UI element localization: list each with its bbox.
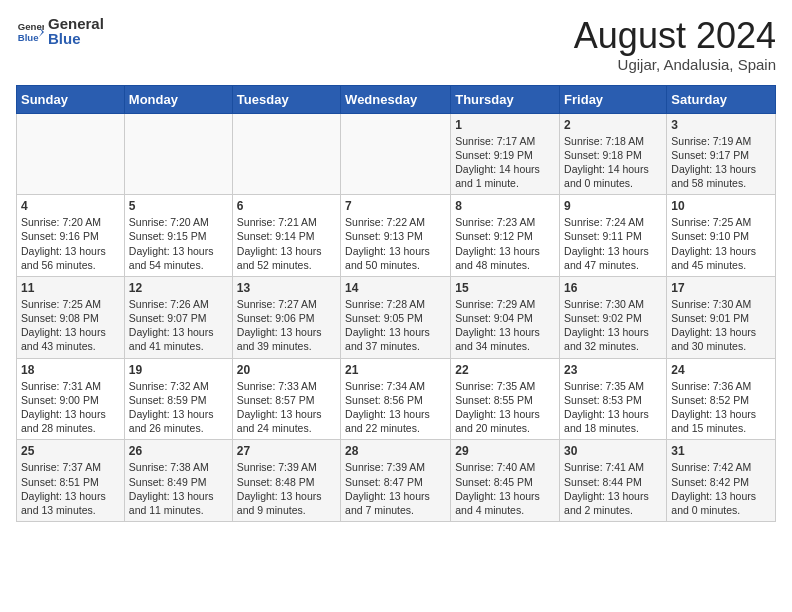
title-area: August 2024 Ugijar, Andalusia, Spain (574, 16, 776, 73)
day-info: Sunrise: 7:26 AM (129, 297, 228, 311)
day-info: Daylight: 13 hours and 47 minutes. (564, 244, 662, 272)
day-info: Daylight: 13 hours and 13 minutes. (21, 489, 120, 517)
day-info: Sunset: 9:18 PM (564, 148, 662, 162)
day-number: 7 (345, 199, 446, 213)
day-info: Sunset: 9:04 PM (455, 311, 555, 325)
day-info: Daylight: 13 hours and 11 minutes. (129, 489, 228, 517)
day-info: Daylight: 13 hours and 15 minutes. (671, 407, 771, 435)
calendar-cell: 30Sunrise: 7:41 AMSunset: 8:44 PMDayligh… (560, 440, 667, 522)
calendar-cell: 9Sunrise: 7:24 AMSunset: 9:11 PMDaylight… (560, 195, 667, 277)
calendar-cell: 13Sunrise: 7:27 AMSunset: 9:06 PMDayligh… (232, 276, 340, 358)
day-number: 11 (21, 281, 120, 295)
day-info: Daylight: 13 hours and 41 minutes. (129, 325, 228, 353)
day-number: 24 (671, 363, 771, 377)
day-info: Sunrise: 7:31 AM (21, 379, 120, 393)
calendar-cell: 10Sunrise: 7:25 AMSunset: 9:10 PMDayligh… (667, 195, 776, 277)
day-info: Daylight: 13 hours and 54 minutes. (129, 244, 228, 272)
day-number: 1 (455, 118, 555, 132)
day-info: Daylight: 13 hours and 30 minutes. (671, 325, 771, 353)
day-number: 28 (345, 444, 446, 458)
day-number: 12 (129, 281, 228, 295)
day-info: Sunset: 9:12 PM (455, 229, 555, 243)
day-info: Sunrise: 7:35 AM (455, 379, 555, 393)
day-info: Sunset: 9:13 PM (345, 229, 446, 243)
day-info: Sunset: 9:02 PM (564, 311, 662, 325)
logo: General Blue General Blue (16, 16, 104, 47)
day-info: Sunrise: 7:20 AM (21, 215, 120, 229)
day-number: 25 (21, 444, 120, 458)
day-info: Sunrise: 7:39 AM (345, 460, 446, 474)
day-number: 13 (237, 281, 336, 295)
day-info: Daylight: 13 hours and 0 minutes. (671, 489, 771, 517)
day-info: Sunset: 8:44 PM (564, 475, 662, 489)
day-number: 14 (345, 281, 446, 295)
day-number: 9 (564, 199, 662, 213)
weekday-header-sunday: Sunday (17, 85, 125, 113)
day-info: Sunset: 9:17 PM (671, 148, 771, 162)
calendar-cell: 26Sunrise: 7:38 AMSunset: 8:49 PMDayligh… (124, 440, 232, 522)
header: General Blue General Blue August 2024 Ug… (16, 16, 776, 73)
day-info: Daylight: 13 hours and 18 minutes. (564, 407, 662, 435)
logo-blue-text: Blue (48, 31, 104, 48)
day-number: 6 (237, 199, 336, 213)
day-info: Daylight: 13 hours and 34 minutes. (455, 325, 555, 353)
calendar-cell: 23Sunrise: 7:35 AMSunset: 8:53 PMDayligh… (560, 358, 667, 440)
day-number: 31 (671, 444, 771, 458)
weekday-header-row: SundayMondayTuesdayWednesdayThursdayFrid… (17, 85, 776, 113)
calendar-cell: 28Sunrise: 7:39 AMSunset: 8:47 PMDayligh… (341, 440, 451, 522)
day-info: Sunset: 9:15 PM (129, 229, 228, 243)
day-info: Daylight: 13 hours and 58 minutes. (671, 162, 771, 190)
day-info: Sunset: 9:01 PM (671, 311, 771, 325)
calendar-cell: 18Sunrise: 7:31 AMSunset: 9:00 PMDayligh… (17, 358, 125, 440)
day-info: Sunset: 8:45 PM (455, 475, 555, 489)
week-row-3: 11Sunrise: 7:25 AMSunset: 9:08 PMDayligh… (17, 276, 776, 358)
day-info: Sunrise: 7:34 AM (345, 379, 446, 393)
day-info: Sunrise: 7:25 AM (21, 297, 120, 311)
day-info: Sunset: 8:55 PM (455, 393, 555, 407)
day-info: Daylight: 13 hours and 52 minutes. (237, 244, 336, 272)
week-row-4: 18Sunrise: 7:31 AMSunset: 9:00 PMDayligh… (17, 358, 776, 440)
day-info: Sunset: 9:07 PM (129, 311, 228, 325)
day-number: 21 (345, 363, 446, 377)
calendar-cell: 14Sunrise: 7:28 AMSunset: 9:05 PMDayligh… (341, 276, 451, 358)
day-info: Daylight: 13 hours and 48 minutes. (455, 244, 555, 272)
calendar-cell: 24Sunrise: 7:36 AMSunset: 8:52 PMDayligh… (667, 358, 776, 440)
day-number: 20 (237, 363, 336, 377)
day-info: Sunset: 8:48 PM (237, 475, 336, 489)
day-info: Sunrise: 7:28 AM (345, 297, 446, 311)
day-number: 16 (564, 281, 662, 295)
day-info: Sunrise: 7:41 AM (564, 460, 662, 474)
day-info: Daylight: 13 hours and 22 minutes. (345, 407, 446, 435)
weekday-header-friday: Friday (560, 85, 667, 113)
day-number: 29 (455, 444, 555, 458)
day-info: Sunset: 9:11 PM (564, 229, 662, 243)
calendar-cell (17, 113, 125, 195)
calendar-cell (124, 113, 232, 195)
day-info: Sunrise: 7:24 AM (564, 215, 662, 229)
day-info: Sunrise: 7:38 AM (129, 460, 228, 474)
day-info: Sunrise: 7:29 AM (455, 297, 555, 311)
calendar-cell: 27Sunrise: 7:39 AMSunset: 8:48 PMDayligh… (232, 440, 340, 522)
day-info: Sunrise: 7:18 AM (564, 134, 662, 148)
day-number: 26 (129, 444, 228, 458)
calendar-cell: 22Sunrise: 7:35 AMSunset: 8:55 PMDayligh… (451, 358, 560, 440)
day-info: Daylight: 13 hours and 43 minutes. (21, 325, 120, 353)
day-info: Daylight: 13 hours and 4 minutes. (455, 489, 555, 517)
day-info: Sunset: 9:06 PM (237, 311, 336, 325)
calendar-cell: 7Sunrise: 7:22 AMSunset: 9:13 PMDaylight… (341, 195, 451, 277)
day-info: Sunrise: 7:30 AM (564, 297, 662, 311)
day-number: 23 (564, 363, 662, 377)
svg-text:Blue: Blue (18, 31, 39, 42)
location: Ugijar, Andalusia, Spain (574, 56, 776, 73)
day-info: Sunset: 9:19 PM (455, 148, 555, 162)
day-info: Daylight: 13 hours and 9 minutes. (237, 489, 336, 517)
day-info: Daylight: 13 hours and 20 minutes. (455, 407, 555, 435)
day-info: Sunrise: 7:27 AM (237, 297, 336, 311)
day-info: Sunset: 9:16 PM (21, 229, 120, 243)
calendar-cell: 5Sunrise: 7:20 AMSunset: 9:15 PMDaylight… (124, 195, 232, 277)
day-info: Daylight: 13 hours and 28 minutes. (21, 407, 120, 435)
day-info: Sunrise: 7:39 AM (237, 460, 336, 474)
day-info: Sunset: 9:08 PM (21, 311, 120, 325)
day-info: Daylight: 13 hours and 39 minutes. (237, 325, 336, 353)
day-info: Sunrise: 7:20 AM (129, 215, 228, 229)
